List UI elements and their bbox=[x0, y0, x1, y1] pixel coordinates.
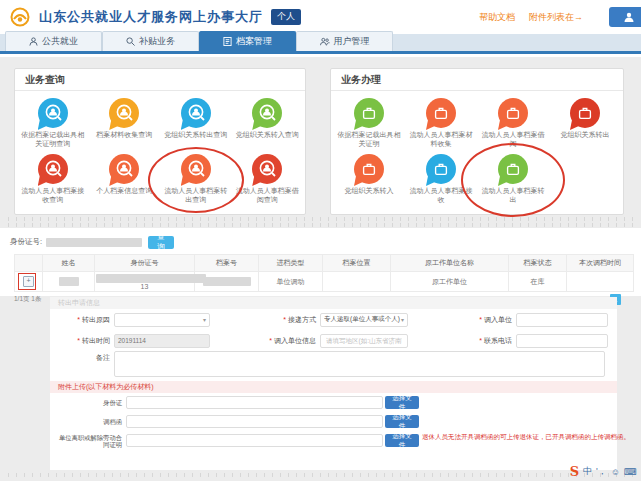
query-item-label: 党组织关系转入查询 bbox=[233, 131, 301, 140]
target-unit-address-input[interactable] bbox=[324, 336, 404, 345]
contact-phone-input[interactable] bbox=[520, 336, 604, 345]
choose-file-button[interactable]: 选择文件 bbox=[385, 434, 419, 447]
handle-item-party-out[interactable]: 党组织关系转出 bbox=[549, 96, 621, 152]
attachment-list-link[interactable]: 附件列表在→ bbox=[529, 11, 583, 24]
divider-ticks bbox=[8, 217, 633, 221]
col-file-location: 档案位置 bbox=[323, 255, 391, 272]
sogou-logo-icon[interactable]: S bbox=[570, 464, 579, 479]
query-item-personal-file[interactable]: 个人档案信息查询 bbox=[89, 152, 161, 208]
choose-file-button[interactable]: 选择文件 bbox=[385, 415, 419, 428]
transfer-reason-label: 转出原因 bbox=[56, 315, 114, 325]
person-icon bbox=[29, 37, 38, 46]
tab-label: 用户管理 bbox=[334, 35, 370, 48]
handle-item-file-borrow[interactable]: 流动人员人事档案借阅 bbox=[477, 96, 549, 152]
form-row-remarks: 备注 bbox=[50, 351, 617, 377]
query-item-party-in[interactable]: 党组织关系转入查询 bbox=[232, 96, 304, 152]
handle-item-certificate[interactable]: 依据档案记载出具相关证明 bbox=[333, 96, 405, 152]
target-unit-label: 调入单位 bbox=[408, 315, 516, 325]
handle-item-party-in[interactable]: 党组织关系转入 bbox=[333, 152, 405, 208]
result-table: 姓名 身份证号 档案号 进档类型 档案位置 原工作单位名称 档案状态 本次调档时… bbox=[14, 254, 634, 292]
query-item-label: 流动人员人事档案借阅查询 bbox=[233, 187, 301, 204]
resignation-proof-file-input[interactable] bbox=[126, 434, 383, 447]
transfer-letter-upload-label: 调档函 bbox=[56, 418, 126, 425]
choose-file-button[interactable]: 选择文件 bbox=[385, 396, 419, 409]
tab-subsidy-business[interactable]: 补贴业务 bbox=[102, 31, 199, 51]
page-title: 山东公共就业人才服务网上办事大厅 bbox=[39, 8, 263, 26]
handle-item-label: 流动人员人事档案借阅 bbox=[479, 131, 547, 148]
id-card-file-input[interactable] bbox=[126, 396, 383, 409]
chevron-down-icon: ▾ bbox=[203, 316, 206, 323]
upload-note: 退休人员无法开具调档函的可上传退休证，已开具调档函的上传调档函。 bbox=[422, 433, 630, 442]
file-number-cell bbox=[195, 272, 259, 292]
query-item-file-receive[interactable]: 流动人员人事档案接收查询 bbox=[17, 152, 89, 208]
account-type-badge: 个人 bbox=[271, 9, 301, 25]
delivery-method-value: 专人递取(单位人事或个人) bbox=[324, 315, 400, 324]
col-file-status: 档案状态 bbox=[509, 255, 567, 272]
target-unit-input[interactable] bbox=[520, 315, 604, 324]
query-button[interactable]: 查询 bbox=[148, 236, 174, 249]
bottom-ticks bbox=[8, 473, 633, 477]
person-search-icon bbox=[43, 103, 63, 123]
upload-row-id-card: 身份证 选择文件 bbox=[50, 393, 617, 412]
ime-lang-toggle[interactable]: 中 bbox=[583, 465, 592, 478]
handle-item-label: 流动人员人事档案材料收集 bbox=[407, 131, 475, 148]
tab-user-management[interactable]: 用户管理 bbox=[296, 31, 393, 51]
tab-label: 档案管理 bbox=[236, 35, 272, 48]
ime-toolbar: S 中 '， ☺ ⌨ bbox=[570, 464, 637, 479]
query-item-label: 档案材料收集查询 bbox=[90, 131, 158, 140]
table-row: + 13 单位调动 原工作单位 在库 bbox=[15, 272, 634, 292]
query-item-material-collect[interactable]: 档案材料收集查询 bbox=[89, 96, 161, 152]
tab-archive-management[interactable]: 档案管理 bbox=[199, 31, 296, 51]
query-item-file-borrow[interactable]: 流动人员人事档案借阅查询 bbox=[232, 152, 304, 208]
query-item-certificate[interactable]: 依据档案记载出具相关证明查询 bbox=[17, 96, 89, 152]
redacted-id bbox=[96, 274, 206, 283]
query-item-label: 流动人员人事档案转出查询 bbox=[162, 187, 230, 204]
divider-ticks bbox=[8, 223, 633, 227]
contact-phone-wrap bbox=[516, 334, 608, 348]
briefcase-icon bbox=[504, 160, 522, 178]
col-name: 姓名 bbox=[43, 255, 95, 272]
person-search-icon bbox=[114, 103, 134, 123]
ime-punctuation-icon[interactable]: '， bbox=[596, 465, 607, 478]
ime-keyboard-icon[interactable]: ⌨ bbox=[624, 467, 637, 477]
target-unit-info-wrap bbox=[320, 334, 408, 348]
handle-item-label: 流动人员人事档案接收 bbox=[407, 187, 475, 204]
transfer-date-field[interactable]: 20191114 bbox=[114, 334, 210, 348]
tab-public-employment[interactable]: 公共就业 bbox=[5, 31, 102, 51]
select-cell: + bbox=[15, 272, 43, 292]
tab-label: 补贴业务 bbox=[139, 35, 175, 48]
query-item-party-out[interactable]: 党组织关系转出查询 bbox=[160, 96, 232, 152]
handle-item-file-receive[interactable]: 流动人员人事档案接收 bbox=[405, 152, 477, 208]
col-file-number: 档案号 bbox=[195, 255, 259, 272]
business-query-panel: 业务查询 依据档案记载出具相关证明查询 档案材料收集查询 党组织关系转出查询 党… bbox=[14, 68, 306, 215]
briefcase-icon bbox=[576, 104, 594, 122]
handle-item-label: 党组织关系转出 bbox=[551, 131, 619, 140]
help-doc-link[interactable]: 帮助文档 bbox=[479, 11, 515, 24]
briefcase-icon bbox=[360, 160, 378, 178]
query-item-label: 流动人员人事档案接收查询 bbox=[19, 187, 87, 204]
transfer-time-cell bbox=[567, 272, 634, 292]
remarks-textarea[interactable] bbox=[114, 351, 605, 377]
content-area: 业务查询 依据档案记载出具相关证明查询 档案材料收集查询 党组织关系转出查询 党… bbox=[0, 57, 641, 481]
person-search-icon bbox=[43, 159, 63, 179]
delivery-method-select[interactable]: 专人递取(单位人事或个人)▾ bbox=[320, 313, 408, 327]
business-handle-panel: 业务办理 依据档案记载出具相关证明 流动人员人事档案材料收集 流动人员人事档案借… bbox=[330, 68, 624, 215]
handle-item-file-transfer-out[interactable]: 流动人员人事档案转出 bbox=[477, 152, 549, 208]
transfer-letter-file-input[interactable] bbox=[126, 415, 383, 428]
query-item-file-transfer-out[interactable]: 流动人员人事档案转出查询 bbox=[160, 152, 232, 208]
resignation-proof-upload-label: 单位离职或解除劳动合同证明 bbox=[56, 434, 126, 448]
id-tail: 13 bbox=[141, 283, 149, 290]
remarks-label: 备注 bbox=[56, 353, 114, 363]
handle-item-material-collect[interactable]: 流动人员人事档案材料收集 bbox=[405, 96, 477, 152]
id-number-input-redacted[interactable] bbox=[46, 238, 142, 247]
header: 山东公共就业人才服务网上办事大厅 个人 帮助文档 附件列表在→ bbox=[0, 0, 641, 34]
user-menu-button[interactable] bbox=[609, 7, 641, 27]
user-icon bbox=[623, 11, 635, 23]
ime-emoji-icon[interactable]: ☺ bbox=[611, 467, 620, 477]
id-number-label: 身份证号: bbox=[10, 237, 42, 247]
transfer-reason-select[interactable]: ▾ bbox=[114, 313, 210, 327]
id-cell: 13 bbox=[95, 272, 195, 292]
expand-row-button[interactable]: + bbox=[23, 276, 34, 287]
transfer-date-label: 转出时间 bbox=[56, 336, 114, 346]
form-row-2: 转出时间 20191114 调入单位信息 联系电话 bbox=[50, 330, 617, 351]
